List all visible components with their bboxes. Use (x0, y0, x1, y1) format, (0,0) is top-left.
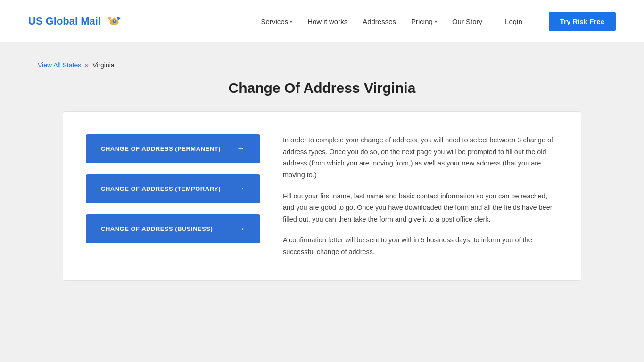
change-address-permanent-button[interactable]: CHANGE OF ADDRESS (PERMANENT) → (86, 134, 260, 163)
content-paragraph-1: In order to complete your change of addr… (283, 134, 558, 181)
breadcrumb-current: Virginia (92, 61, 114, 69)
logo-text: US Global Mail (28, 15, 101, 27)
main-nav: Services ▾ How it works Addresses Pricin… (261, 12, 616, 31)
change-address-temporary-button[interactable]: CHANGE OF ADDRESS (TEMPORARY) → (86, 174, 260, 203)
business-arrow-icon: → (237, 224, 246, 234)
nav-pricing[interactable]: Pricing ▾ (411, 17, 437, 25)
breadcrumb: View All States » Virginia (38, 61, 606, 69)
nav-services[interactable]: Services ▾ (261, 17, 293, 25)
content-card: CHANGE OF ADDRESS (PERMANENT) → CHANGE O… (63, 111, 581, 281)
address-type-buttons: CHANGE OF ADDRESS (PERMANENT) → CHANGE O… (86, 134, 260, 258)
nav-login[interactable]: Login (505, 17, 522, 25)
content-paragraph-2: Fill out your first name, last name and … (283, 190, 558, 225)
content-text: In order to complete your change of addr… (283, 134, 558, 258)
svg-marker-3 (107, 16, 111, 20)
temporary-arrow-icon: → (237, 184, 246, 194)
content-paragraph-3: A confirmation letter will be sent to yo… (283, 234, 558, 257)
permanent-arrow-icon: → (237, 144, 246, 154)
breadcrumb-link[interactable]: View All States (38, 61, 81, 69)
change-address-business-button[interactable]: CHANGE OF ADDRESS (BUSINESS) → (86, 214, 260, 243)
svg-marker-2 (117, 16, 121, 20)
services-chevron-icon: ▾ (290, 19, 292, 24)
nav-our-story[interactable]: Our Story (452, 17, 482, 25)
page-title: Change Of Address Virginia (38, 80, 606, 96)
try-risk-free-button[interactable]: Try Risk Free (549, 12, 616, 31)
pricing-chevron-icon: ▾ (435, 19, 437, 24)
svg-point-5 (114, 20, 115, 21)
site-logo[interactable]: US Global Mail (28, 12, 124, 31)
nav-addresses[interactable]: Addresses (363, 17, 396, 25)
breadcrumb-separator: » (85, 61, 89, 69)
nav-how-it-works[interactable]: How it works (307, 17, 347, 25)
logo-bird-icon (105, 12, 124, 31)
